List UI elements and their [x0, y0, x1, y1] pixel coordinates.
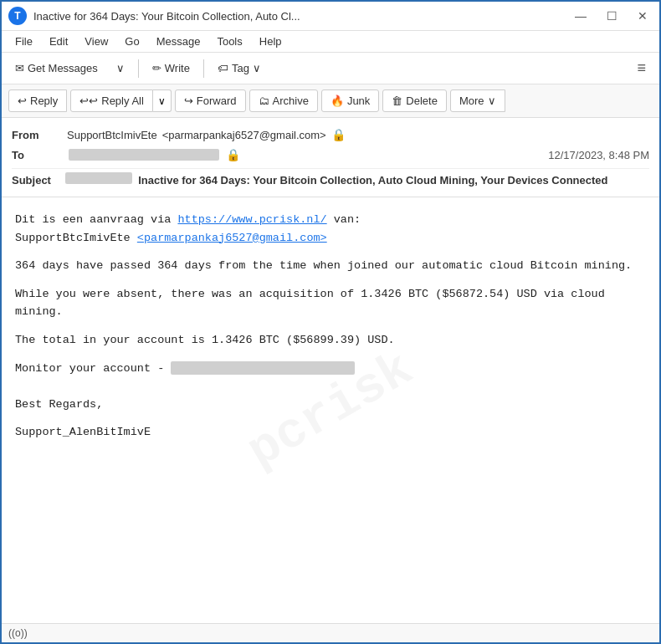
write-icon: ✏ [152, 62, 161, 74]
body-para1: 364 days have passed 364 days from the t… [15, 257, 646, 275]
forward-button[interactable]: ↪ Forward [175, 89, 246, 112]
menu-tools[interactable]: Tools [210, 33, 249, 50]
body-para2: While you were absent, there was an acqu… [15, 285, 646, 321]
email-window: T Inactive for 364 Days: Your Bitcoin Co… [0, 0, 661, 644]
from-label: From [12, 129, 62, 141]
get-messages-icon: ✉ [15, 62, 24, 74]
menu-help[interactable]: Help [253, 33, 289, 50]
tag-button[interactable]: 🏷 Tag ∨ [211, 59, 268, 78]
tag-dropdown-arrow: ∨ [253, 62, 261, 74]
from-lock-icon: 🔒 [331, 128, 346, 141]
maximize-button[interactable]: ☐ [602, 8, 623, 24]
regards2: Support_AlenBitImivE [15, 423, 646, 442]
sender-email-link[interactable]: <parmarpankaj6527@gmail.com> [137, 232, 327, 244]
archive-label: Archive [273, 95, 309, 107]
menu-view[interactable]: View [78, 33, 115, 50]
from-field: From SupportBtcImivEte <parmarpankaj6527… [12, 125, 649, 145]
tag-icon: 🏷 [218, 62, 228, 74]
forward-label: Forward [197, 95, 237, 107]
menubar: File Edit View Go Message Tools Help [2, 31, 659, 53]
reply-all-dropdown[interactable]: ∨ [153, 89, 172, 112]
more-group: More ∨ [450, 89, 505, 112]
hamburger-menu[interactable]: ≡ [630, 56, 653, 80]
reply-all-button[interactable]: ↩↩ Reply All [70, 89, 153, 112]
body-intro-van: van: [327, 213, 361, 226]
reply-group: ↩ Reply [8, 89, 67, 112]
sender-name-text: SupportBtcImivEte [15, 232, 131, 244]
body-intro: Dit is een aanvraag via https://www.pcri… [15, 211, 646, 247]
toolbar-actions: ↩ Reply ↩↩ Reply All ∨ ↪ Forward 🗂 Archi… [2, 84, 659, 118]
titlebar: T Inactive for 364 Days: Your Bitcoin Co… [2, 2, 659, 31]
subject-field: Subject Inactive for 364 Days: Your Bitc… [12, 168, 649, 190]
archive-icon: 🗂 [259, 95, 269, 107]
archive-button[interactable]: 🗂 Archive [249, 89, 318, 112]
from-email: <parmarpankaj6527@gmail.com> [162, 129, 326, 141]
forward-icon: ↪ [184, 95, 193, 107]
close-button[interactable]: ✕ [633, 8, 653, 24]
delete-label: Delete [406, 95, 438, 107]
statusbar: ((o)) [2, 623, 659, 642]
junk-label: Junk [347, 95, 370, 107]
reply-button[interactable]: ↩ Reply [8, 89, 67, 112]
menu-file[interactable]: File [8, 33, 39, 50]
reply-all-icon: ↩↩ [79, 95, 98, 107]
email-header: From SupportBtcImivEte <parmarpankaj6527… [2, 118, 659, 197]
get-messages-dropdown[interactable]: ∨ [110, 59, 131, 78]
more-dropdown-arrow: ∨ [488, 95, 496, 107]
window-controls: — ☐ ✕ [570, 8, 653, 24]
write-label: Write [165, 62, 190, 74]
to-value-blurred [69, 149, 219, 161]
delete-button[interactable]: 🗑 Delete [382, 89, 447, 112]
more-label: More [459, 95, 484, 107]
get-messages-label: Get Messages [28, 62, 98, 74]
reply-label: Reply [30, 95, 58, 107]
subject-label: Subject [12, 174, 62, 187]
subject-text: Inactive for 364 Days: Your Bitcoin Coll… [138, 174, 607, 187]
toolbar-top: ✉ Get Messages ∨ ✏ Write 🏷 Tag ∨ ≡ [2, 53, 659, 84]
reply-icon: ↩ [18, 95, 27, 107]
reply-all-label: Reply All [101, 95, 144, 107]
delete-icon: 🗑 [392, 95, 402, 107]
email-body: pcrisk Dit is een aanvraag via https://w… [2, 197, 659, 623]
junk-icon: 🔥 [330, 95, 344, 107]
toolbar-separator-2 [203, 59, 204, 78]
to-label: To [12, 149, 62, 161]
monitor-link-blurred [171, 361, 355, 375]
monitor-row: Monitor your account - [15, 360, 646, 378]
reply-all-group: ↩↩ Reply All ∨ [70, 89, 172, 112]
menu-go[interactable]: Go [118, 33, 146, 50]
junk-button[interactable]: 🔥 Junk [321, 89, 379, 112]
window-title: Inactive for 364 Days: Your Bitcoin Coll… [33, 10, 563, 23]
get-messages-button[interactable]: ✉ Get Messages [8, 59, 105, 78]
to-field: To 🔒 12/17/2023, 8:48 PM [12, 145, 649, 165]
monitor-label: Monitor your account - [15, 360, 164, 378]
app-icon: T [8, 7, 27, 25]
subject-prefix-blurred [65, 172, 132, 184]
regards1: Best Regards, [15, 396, 646, 414]
body-intro-text1: Dit is een aanvraag via [15, 213, 177, 226]
menu-message[interactable]: Message [150, 33, 208, 50]
pcrisk-link[interactable]: https://www.pcrisk.nl/ [177, 213, 326, 226]
minimize-button[interactable]: — [570, 8, 592, 24]
body-para3: The total in your account is 1.3426 BTC … [15, 331, 646, 350]
email-date: 12/17/2023, 8:48 PM [548, 149, 649, 161]
menu-edit[interactable]: Edit [43, 33, 74, 50]
to-lock-icon: 🔒 [226, 148, 240, 161]
more-button[interactable]: More ∨ [450, 89, 505, 112]
app-icon-letter: T [14, 10, 20, 22]
toolbar-separator-1 [138, 59, 139, 78]
tag-label: Tag [232, 62, 249, 74]
connection-status-icon: ((o)) [8, 627, 28, 639]
write-button[interactable]: ✏ Write [146, 59, 197, 78]
from-name: SupportBtcImivEte [67, 129, 157, 141]
